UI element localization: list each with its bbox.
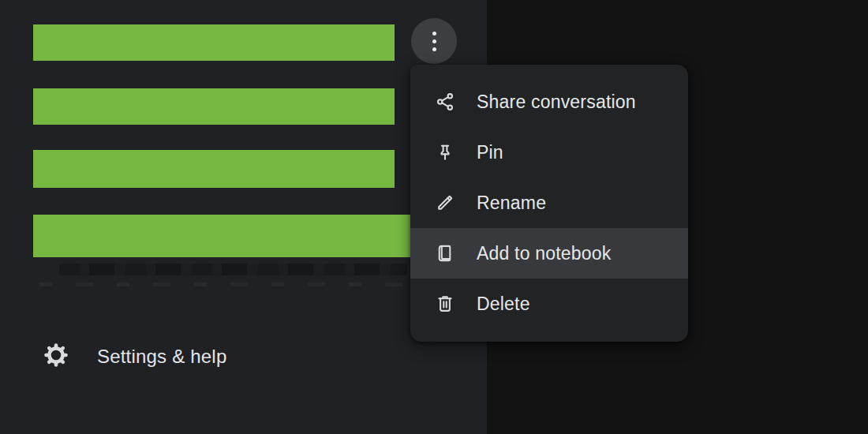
menu-item-delete[interactable]: Delete bbox=[410, 279, 688, 329]
menu-item-label: Pin bbox=[477, 142, 503, 163]
obscured-text-remnants bbox=[39, 282, 409, 286]
share-icon bbox=[435, 92, 455, 112]
menu-item-label: Share conversation bbox=[477, 92, 636, 113]
conversation-context-menu: Share conversation Pin Rename bbox=[410, 65, 688, 342]
notebook-icon bbox=[435, 243, 455, 264]
menu-item-share-conversation[interactable]: Share conversation bbox=[410, 77, 688, 127]
menu-item-label: Add to notebook bbox=[477, 243, 612, 264]
app-window: Settings & help Share conversation bbox=[0, 0, 868, 434]
redacted-conversation-bar[interactable] bbox=[33, 24, 395, 61]
obscured-conversation-row bbox=[59, 264, 407, 275]
redacted-conversation-bar[interactable] bbox=[33, 215, 410, 257]
menu-item-label: Rename bbox=[477, 193, 546, 214]
menu-item-add-to-notebook[interactable]: Add to notebook bbox=[410, 228, 688, 279]
pin-icon bbox=[435, 142, 455, 163]
menu-item-label: Delete bbox=[477, 294, 530, 315]
pencil-icon bbox=[435, 193, 455, 213]
redacted-conversation-bar[interactable] bbox=[33, 88, 395, 125]
menu-item-pin[interactable]: Pin bbox=[410, 127, 688, 178]
trash-icon bbox=[435, 294, 455, 314]
redacted-conversation-bar[interactable] bbox=[33, 150, 395, 188]
more-options-button[interactable] bbox=[411, 18, 457, 64]
settings-and-help-label: Settings & help bbox=[97, 346, 226, 368]
settings-and-help-item[interactable]: Settings & help bbox=[43, 342, 226, 371]
menu-item-rename[interactable]: Rename bbox=[410, 178, 688, 228]
gear-icon bbox=[43, 342, 69, 371]
